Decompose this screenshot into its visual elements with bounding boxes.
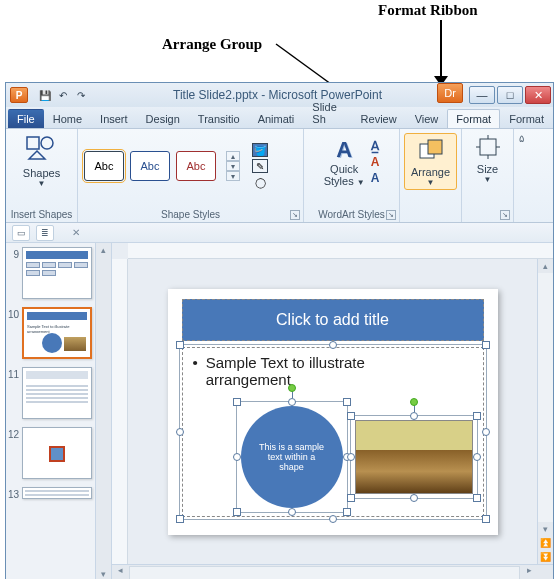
- scroll-down-icon: ▾: [226, 161, 240, 171]
- tab-format-drawing[interactable]: Format: [447, 109, 500, 128]
- prev-slide-icon[interactable]: ⏫: [538, 536, 553, 550]
- shapes-gallery-icon: [25, 133, 59, 163]
- shape-styles-launcher[interactable]: ↘: [290, 210, 300, 220]
- tab-design[interactable]: Design: [137, 109, 189, 128]
- thumbnail-9[interactable]: 9: [8, 247, 93, 299]
- thumbnail-12[interactable]: 12: [8, 427, 93, 479]
- shape-style-2[interactable]: Abc: [130, 151, 170, 181]
- thumbnail-13[interactable]: 13: [8, 487, 93, 500]
- thumb-number: 13: [8, 487, 22, 500]
- size-launcher[interactable]: ↘: [500, 210, 510, 220]
- save-icon[interactable]: 💾: [38, 88, 52, 102]
- scroll-right-icon: ▸: [521, 565, 537, 579]
- quick-access-toolbar: 💾 ↶ ↷: [38, 88, 88, 102]
- thumbnail-11[interactable]: 11: [8, 367, 93, 419]
- tab-animations[interactable]: Animati: [249, 109, 304, 128]
- tab-insert[interactable]: Insert: [91, 109, 137, 128]
- app-icon[interactable]: P: [10, 87, 28, 103]
- quick-styles-label-2: Styles: [324, 175, 354, 187]
- svg-point-3: [41, 137, 53, 149]
- close-button[interactable]: ✕: [525, 86, 551, 104]
- slide-editor: Click to add title Sample Text to illust…: [112, 243, 553, 579]
- tab-file[interactable]: File: [8, 109, 44, 128]
- thumb-number: 9: [8, 247, 22, 260]
- selection-frame[interactable]: [179, 344, 487, 520]
- thumb-number: 12: [8, 427, 22, 440]
- undo-icon[interactable]: ↶: [56, 88, 70, 102]
- shape-style-1[interactable]: Abc: [84, 151, 124, 181]
- drawing-tools-badge: Dr: [437, 83, 463, 103]
- chevron-down-icon: ▼: [357, 178, 365, 187]
- tab-format-picture[interactable]: Format: [500, 109, 553, 128]
- group-label-insert-shapes: Insert Shapes: [6, 209, 77, 220]
- size-button[interactable]: Size ▼: [470, 133, 506, 184]
- annotation-arrange-group: Arrange Group: [162, 36, 262, 53]
- titlebar: P 💾 ↶ ↷ Title Slide2.pptx - Microsoft Po…: [6, 83, 553, 107]
- group-wordart-styles: A Quick Styles ▼ A̲ A A WordArt Styles ↘: [304, 129, 400, 222]
- wordart-launcher[interactable]: ↘: [386, 210, 396, 220]
- shape-styles-more[interactable]: ▴ ▾ ▾: [226, 151, 240, 181]
- vertical-ruler: [112, 259, 128, 564]
- size-label: Size: [477, 163, 498, 175]
- workspace: 9 10 Sample Text to illustrate arrangeme…: [6, 243, 553, 579]
- svg-rect-6: [480, 139, 496, 155]
- shape-fill-controls: 🪣 ✎ ◯: [252, 143, 268, 189]
- wordart-fill-controls: A̲ A A: [371, 139, 380, 185]
- horizontal-scrollbar[interactable]: ◂ ▸: [112, 564, 553, 579]
- ribbon: Shapes ▼ Insert Shapes Abc Abc Abc ▴ ▾ ▾…: [6, 129, 553, 223]
- view-subtoolbar: ▭ ≣ ✕: [6, 223, 553, 243]
- shape-outline-icon[interactable]: ✎: [252, 159, 268, 173]
- app-window: P 💾 ↶ ↷ Title Slide2.pptx - Microsoft Po…: [5, 82, 554, 579]
- tab-home[interactable]: Home: [44, 109, 91, 128]
- shapes-button[interactable]: Shapes ▼: [19, 133, 65, 188]
- text-fill-icon[interactable]: A̲: [371, 139, 380, 153]
- outline-tab-icon[interactable]: ≣: [36, 225, 54, 241]
- horizontal-ruler: [128, 243, 553, 259]
- arrange-button[interactable]: Arrange ▼: [404, 133, 457, 190]
- shapes-label: Shapes: [23, 167, 60, 179]
- title-placeholder[interactable]: Click to add title: [182, 299, 484, 341]
- scroll-up-icon: ▴: [538, 259, 553, 273]
- group-label-wordart: WordArt Styles: [304, 209, 399, 220]
- vertical-scrollbar[interactable]: ▴ ▾ ⏫ ⏬: [537, 259, 553, 564]
- content-placeholder[interactable]: Sample Text to illustrate arrangement Th…: [182, 347, 484, 517]
- scroll-down-icon: ▾: [538, 522, 553, 536]
- slides-tab-icon[interactable]: ▭: [12, 225, 30, 241]
- redo-icon[interactable]: ↷: [74, 88, 88, 102]
- text-effects-icon[interactable]: A: [371, 171, 380, 185]
- slide-canvas[interactable]: Click to add title Sample Text to illust…: [168, 289, 498, 535]
- thumbnail-10[interactable]: 10 Sample Text to illustrate arrangement: [8, 307, 93, 359]
- maximize-button[interactable]: □: [497, 86, 523, 104]
- scroll-down-icon: ▾: [99, 567, 108, 579]
- group-insert-shapes: Shapes ▼ Insert Shapes: [6, 129, 78, 222]
- scroll-up-icon: ▴: [99, 243, 108, 257]
- shape-effects-icon[interactable]: ◯: [252, 175, 268, 189]
- thumbnails-scrollbar[interactable]: ▴ ▾: [95, 243, 111, 579]
- tab-review[interactable]: Review: [352, 109, 406, 128]
- ribbon-collapse[interactable]: ۵: [514, 129, 528, 222]
- arrow-line-format: [440, 20, 442, 82]
- title-placeholder-text: Click to add title: [276, 311, 389, 329]
- expand-icon: ▾: [226, 171, 240, 181]
- scroll-left-icon: ◂: [112, 565, 128, 579]
- slide-surface[interactable]: Click to add title Sample Text to illust…: [128, 259, 537, 564]
- shape-fill-icon[interactable]: 🪣: [252, 143, 268, 157]
- close-panel-icon[interactable]: ✕: [72, 227, 80, 238]
- annotation-area: Format Ribbon Arrange Group: [0, 0, 559, 82]
- quick-styles-button[interactable]: A Quick Styles ▼: [324, 137, 365, 187]
- group-arrange: Arrange ▼: [400, 129, 462, 222]
- thumb-number: 10: [8, 307, 22, 320]
- tab-view[interactable]: View: [406, 109, 448, 128]
- shape-style-3[interactable]: Abc: [176, 151, 216, 181]
- next-slide-icon[interactable]: ⏬: [538, 550, 553, 564]
- arrange-label: Arrange: [411, 166, 450, 178]
- wordart-preview-icon: A: [336, 137, 352, 163]
- group-shape-styles: Abc Abc Abc ▴ ▾ ▾ 🪣 ✎ ◯ Shape Styles ↘: [78, 129, 304, 222]
- tab-slideshow[interactable]: Slide Sh: [303, 97, 351, 128]
- text-outline-icon[interactable]: A: [371, 155, 380, 169]
- chevron-down-icon: ▼: [484, 175, 492, 184]
- tab-transitions[interactable]: Transitio: [189, 109, 249, 128]
- arrange-icon: [416, 136, 446, 164]
- minimize-button[interactable]: —: [469, 86, 495, 104]
- thumb-number: 11: [8, 367, 22, 380]
